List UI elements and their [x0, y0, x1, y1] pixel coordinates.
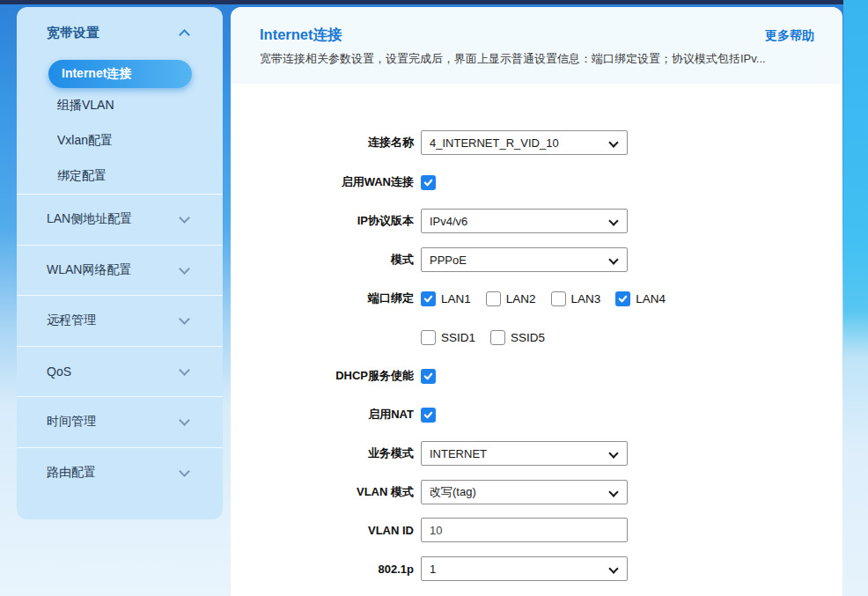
lan4-checkbox[interactable]: [615, 291, 630, 306]
8021p-label: 802.1p: [231, 563, 414, 576]
sidebar-item-internet-connection[interactable]: Internet连接: [48, 60, 192, 88]
ssid1-label: SSID1: [441, 331, 475, 344]
vlan-mode-label: VLAN 模式: [231, 484, 414, 500]
sidebar-section-label: 远程管理: [47, 313, 96, 328]
mode-select[interactable]: PPPoE: [421, 247, 628, 272]
chevron-down-icon: [179, 212, 190, 224]
wan-enable-checkbox[interactable]: [421, 175, 436, 190]
port-binding-option-lan2: LAN2: [486, 291, 536, 306]
chevron-up-icon: [179, 29, 190, 40]
ip-version-label: IP协议版本: [231, 213, 414, 229]
row-nat-enable: 启用NAT: [231, 407, 842, 423]
sidebar-item-label: 绑定配置: [57, 168, 107, 184]
select-chevron-icon: [608, 448, 618, 458]
port-binding-option-ssid1: SSID1: [421, 330, 475, 345]
check-icon: [618, 294, 628, 304]
row-connection-name: 连接名称 4_INTERNET_R_VID_10: [231, 130, 842, 155]
lan2-checkbox[interactable]: [486, 291, 501, 306]
more-help-link[interactable]: 更多帮助: [765, 28, 814, 44]
sidebar-section-remote-management[interactable]: 远程管理: [17, 295, 223, 346]
check-icon: [423, 410, 433, 420]
ip-version-select[interactable]: IPv4/v6: [421, 209, 628, 233]
dhcp-enable-checkbox[interactable]: [421, 369, 436, 384]
wan-enable-label: 启用WAN连接: [231, 174, 414, 190]
8021p-value: 1: [430, 563, 436, 576]
lan4-label: LAN4: [636, 292, 666, 305]
sidebar-section-label: WLAN网络配置: [47, 262, 131, 278]
nat-enable-checkbox[interactable]: [421, 408, 436, 423]
sidebar: 宽带设置 Internet连接 组播VLAN Vxlan配置 绑定配置 LAN侧…: [17, 7, 223, 519]
port-binding-option-lan3: LAN3: [551, 291, 601, 306]
main-header: Internet连接 更多帮助 宽带连接相关参数设置，设置完成后，界面上显示普通…: [231, 7, 842, 84]
8021p-select[interactable]: 1: [421, 556, 628, 581]
sidebar-section-label: 路由配置: [47, 465, 96, 481]
port-binding-option-lan4: LAN4: [615, 291, 666, 306]
chevron-down-icon: [179, 364, 190, 376]
row-8021p: 802.1p 1: [231, 556, 842, 581]
sidebar-item-vxlan-config[interactable]: Vxlan配置: [17, 123, 223, 158]
mode-value: PPPoE: [430, 254, 467, 267]
service-mode-value: INTERNET: [430, 447, 487, 460]
row-wan-enable: 启用WAN连接: [231, 174, 842, 190]
mode-label: 模式: [231, 252, 414, 268]
lan1-label: LAN1: [441, 292, 471, 305]
connection-name-select[interactable]: 4_INTERNET_R_VID_10: [421, 130, 628, 155]
row-port-binding: 端口绑定 LAN1 LAN2 LAN3: [231, 291, 842, 306]
service-mode-select[interactable]: INTERNET: [421, 441, 628, 466]
select-chevron-icon: [608, 487, 618, 497]
sidebar-item-label: Vxlan配置: [57, 133, 113, 149]
select-chevron-icon: [608, 563, 618, 573]
router-config-page: { "sidebar": { "group": { "label": "宽带设置…: [0, 0, 868, 596]
top-navy-bar: [0, 0, 868, 4]
check-icon: [423, 178, 433, 188]
sidebar-item-label: Internet连接: [62, 66, 131, 82]
sidebar-item-multicast-vlan[interactable]: 组播VLAN: [17, 88, 223, 123]
right-accent-strip: [843, 0, 868, 596]
select-chevron-icon: [608, 137, 618, 147]
row-vlan-mode: VLAN 模式 改写(tag): [231, 480, 842, 504]
sidebar-section-wlan-network[interactable]: WLAN网络配置: [17, 245, 223, 296]
vlan-mode-select[interactable]: 改写(tag): [421, 480, 628, 504]
lan1-checkbox[interactable]: [421, 291, 436, 306]
row-port-binding-ssid: SSID1 SSID5: [231, 330, 842, 345]
dhcp-enable-label: DHCP服务使能: [231, 368, 414, 384]
ssid1-checkbox[interactable]: [421, 330, 436, 345]
sidebar-group-label: 宽带设置: [47, 25, 99, 41]
row-ip-version: IP协议版本 IPv4/v6: [231, 209, 842, 233]
ip-version-value: IPv4/v6: [430, 215, 467, 228]
sidebar-section-qos[interactable]: QoS: [17, 346, 223, 397]
connection-name-value: 4_INTERNET_R_VID_10: [430, 136, 559, 150]
vlan-mode-value: 改写(tag): [430, 484, 476, 500]
check-icon: [423, 372, 433, 381]
ssid5-label: SSID5: [511, 331, 545, 344]
sidebar-item-label: 组播VLAN: [57, 98, 114, 114]
service-mode-label: 业务模式: [231, 445, 414, 461]
nat-enable-label: 启用NAT: [231, 407, 414, 423]
vlan-id-label: VLAN ID: [231, 524, 414, 537]
sidebar-section-time-management[interactable]: 时间管理: [17, 396, 223, 447]
sidebar-section-label: LAN侧地址配置: [47, 211, 132, 227]
select-chevron-icon: [608, 216, 618, 225]
row-vlan-id: VLAN ID: [231, 518, 842, 542]
ssid5-checkbox[interactable]: [490, 330, 505, 345]
sidebar-section-label: 时间管理: [47, 414, 96, 430]
sidebar-group-broadband[interactable]: 宽带设置: [17, 7, 223, 49]
port-binding-option-ssid5: SSID5: [490, 330, 545, 345]
chevron-down-icon: [179, 466, 190, 477]
vlan-id-input[interactable]: [421, 518, 628, 542]
lan3-label: LAN3: [571, 292, 601, 305]
sidebar-item-binding-config[interactable]: 绑定配置: [17, 158, 223, 194]
page-title: Internet连接: [260, 26, 342, 45]
lan3-checkbox[interactable]: [551, 291, 566, 306]
sidebar-section-lan-address[interactable]: LAN侧地址配置: [17, 194, 223, 245]
port-binding-label: 端口绑定: [231, 291, 414, 306]
connection-name-label: 连接名称: [231, 135, 414, 151]
sidebar-section-routing-config[interactable]: 路由配置: [17, 447, 223, 498]
row-dhcp-enable: DHCP服务使能: [231, 368, 842, 384]
lan2-label: LAN2: [506, 292, 536, 305]
row-mode: 模式 PPPoE: [231, 247, 842, 272]
chevron-down-icon: [179, 415, 190, 426]
row-service-mode: 业务模式 INTERNET: [231, 441, 842, 466]
sidebar-section-label: QoS: [47, 364, 71, 379]
chevron-down-icon: [179, 263, 190, 275]
